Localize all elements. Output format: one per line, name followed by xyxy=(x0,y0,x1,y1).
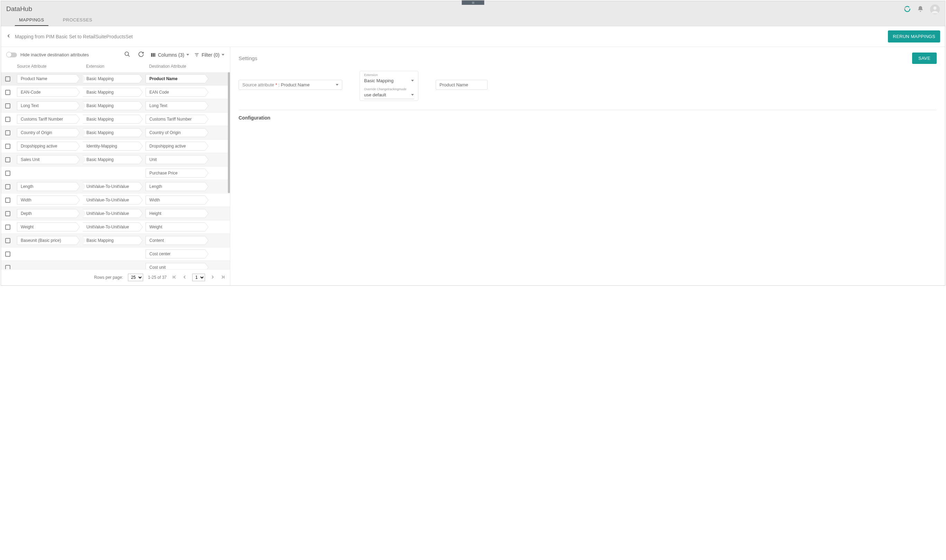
source-attribute-cell[interactable]: Customs Tariff Number xyxy=(17,115,76,124)
destination-attribute-cell[interactable]: Content xyxy=(145,236,205,245)
extension-select[interactable]: Basic Mapping xyxy=(364,77,414,85)
table-row[interactable]: Dropshipping activeIdentity-MappingDrops… xyxy=(1,140,230,153)
extension-cell[interactable]: UnitValue-To-UnitValue xyxy=(83,182,139,191)
table-row[interactable]: Sales UnitBasic MappingUnit xyxy=(1,153,230,166)
extension-value: Basic Mapping xyxy=(364,78,394,83)
extension-label: Extension xyxy=(364,73,414,77)
source-attribute-cell[interactable]: EAN-Code xyxy=(17,88,76,97)
source-attribute-field[interactable]: Source attribute * : Product Name xyxy=(239,80,342,90)
destination-attribute-cell[interactable]: Height xyxy=(145,209,205,218)
page-select[interactable]: 1 xyxy=(192,274,205,281)
source-attribute-cell[interactable]: Baseunit (Basic price) xyxy=(17,236,76,245)
extension-cell[interactable]: Basic Mapping xyxy=(83,101,139,110)
extension-cell[interactable]: Basic Mapping xyxy=(83,88,139,97)
source-attribute-cell[interactable]: Weight xyxy=(17,223,76,231)
destination-attribute-cell[interactable]: Product Name xyxy=(145,74,205,83)
rows-per-page-select[interactable]: 25 xyxy=(128,274,143,281)
source-attribute-cell[interactable]: Long Text xyxy=(17,101,76,110)
columns-button[interactable]: Columns (3) xyxy=(150,52,189,58)
row-checkbox[interactable] xyxy=(5,103,10,108)
table-row[interactable]: Cost unit xyxy=(1,261,230,269)
extension-cell[interactable]: Basic Mapping xyxy=(83,128,139,137)
destination-attribute-cell[interactable]: Long Text xyxy=(145,101,205,110)
bell-icon[interactable] xyxy=(917,6,924,14)
row-checkbox[interactable] xyxy=(5,157,10,162)
table-row[interactable]: WeightUnitValue-To-UnitValueWeight xyxy=(1,220,230,234)
destination-attribute-cell[interactable]: Cost unit xyxy=(145,263,205,269)
last-page-icon[interactable] xyxy=(220,274,226,281)
table-row[interactable]: Long TextBasic MappingLong Text xyxy=(1,99,230,112)
row-checkbox[interactable] xyxy=(5,238,10,243)
toggle-inactive[interactable]: Hide inactive destination attributes xyxy=(6,52,89,57)
extension-cell[interactable]: Basic Mapping xyxy=(83,236,139,245)
save-button[interactable]: SAVE xyxy=(912,52,937,64)
row-checkbox[interactable] xyxy=(5,130,10,135)
row-checkbox[interactable] xyxy=(5,76,10,82)
sync-icon[interactable] xyxy=(904,6,911,14)
table-row[interactable]: Baseunit (Basic price)Basic MappingConte… xyxy=(1,234,230,247)
search-icon[interactable] xyxy=(123,50,132,60)
source-attribute-cell[interactable]: Dropshipping active xyxy=(17,142,76,151)
table-row[interactable]: WidthUnitValue-To-UnitValueWidth xyxy=(1,194,230,207)
extension-cell[interactable]: Basic Mapping xyxy=(83,74,139,83)
destination-attribute-cell[interactable]: Length xyxy=(145,182,205,191)
back-icon[interactable] xyxy=(6,33,11,40)
filter-button[interactable]: Filter (0) xyxy=(194,52,224,58)
first-page-icon[interactable] xyxy=(171,274,177,281)
table-row[interactable]: LengthUnitValue-To-UnitValueLength xyxy=(1,180,230,194)
extension-cell[interactable]: UnitValue-To-UnitValue xyxy=(83,195,139,205)
prev-page-icon[interactable] xyxy=(182,274,187,281)
tab-processes[interactable]: PROCESSES xyxy=(59,14,96,26)
table-row[interactable]: Purchase Price xyxy=(1,166,230,180)
tab-mappings[interactable]: MAPPINGS xyxy=(15,14,48,26)
extension-cell[interactable]: Identity-Mapping xyxy=(83,142,139,151)
row-checkbox[interactable] xyxy=(5,198,10,203)
row-checkbox[interactable] xyxy=(5,211,10,216)
row-checkbox[interactable] xyxy=(5,144,10,149)
extension-cell[interactable]: UnitValue-To-UnitValue xyxy=(83,209,139,218)
destination-attribute-cell[interactable]: Width xyxy=(145,195,205,205)
source-attribute-cell[interactable]: Length xyxy=(17,182,76,191)
row-checkbox[interactable] xyxy=(5,251,10,257)
destination-attribute-cell[interactable]: Unit xyxy=(145,155,205,164)
row-checkbox[interactable] xyxy=(5,184,10,189)
changetracking-select[interactable]: use default xyxy=(364,92,414,99)
row-checkbox[interactable] xyxy=(5,171,10,176)
destination-attribute-cell[interactable]: Weight xyxy=(145,223,205,231)
source-attribute-cell[interactable]: Sales Unit xyxy=(17,155,76,164)
destination-attribute-cell[interactable]: Customs Tariff Number xyxy=(145,115,205,124)
scrollbar[interactable] xyxy=(228,72,230,193)
toggle-switch[interactable] xyxy=(6,52,17,57)
row-checkbox[interactable] xyxy=(5,265,10,269)
extension-cell[interactable]: Basic Mapping xyxy=(83,115,139,124)
destination-field[interactable]: Product Name xyxy=(436,80,488,90)
source-attribute-cell[interactable]: Depth xyxy=(17,209,76,218)
table-row[interactable]: Country of OriginBasic MappingCountry of… xyxy=(1,126,230,140)
svg-point-5 xyxy=(125,52,129,55)
table-row[interactable]: EAN-CodeBasic MappingEAN Code xyxy=(1,86,230,99)
row-checkbox[interactable] xyxy=(5,117,10,122)
table-row[interactable]: Product NameBasic MappingProduct Name xyxy=(1,72,230,86)
extension-cell[interactable]: UnitValue-To-UnitValue xyxy=(83,223,139,231)
row-checkbox[interactable] xyxy=(5,90,10,95)
table-row[interactable]: Customs Tariff NumberBasic MappingCustom… xyxy=(1,112,230,126)
destination-attribute-cell[interactable]: Cost center xyxy=(145,249,205,258)
table-row[interactable]: DepthUnitValue-To-UnitValueHeight xyxy=(1,207,230,220)
source-attribute-cell[interactable]: Country of Origin xyxy=(17,128,76,137)
chevron-down-icon xyxy=(411,80,414,82)
table-row[interactable]: Cost center xyxy=(1,247,230,261)
row-checkbox[interactable] xyxy=(5,225,10,230)
rerun-mappings-button[interactable]: RERUN MAPPINGS xyxy=(888,31,940,43)
left-toolbar: Hide inactive destination attributes Col… xyxy=(1,47,230,63)
destination-attribute-cell[interactable]: Country of Origin xyxy=(145,128,205,137)
source-attribute-cell[interactable]: Product Name xyxy=(17,74,76,83)
destination-attribute-cell[interactable]: EAN Code xyxy=(145,88,205,97)
refresh-icon[interactable] xyxy=(137,50,145,60)
avatar[interactable] xyxy=(930,5,940,14)
drag-handle[interactable] xyxy=(462,0,485,5)
extension-cell[interactable]: Basic Mapping xyxy=(83,155,139,164)
destination-attribute-cell[interactable]: Dropshipping active xyxy=(145,142,205,151)
source-attribute-cell[interactable]: Width xyxy=(17,195,76,205)
destination-attribute-cell[interactable]: Purchase Price xyxy=(145,169,205,178)
next-page-icon[interactable] xyxy=(210,274,215,281)
